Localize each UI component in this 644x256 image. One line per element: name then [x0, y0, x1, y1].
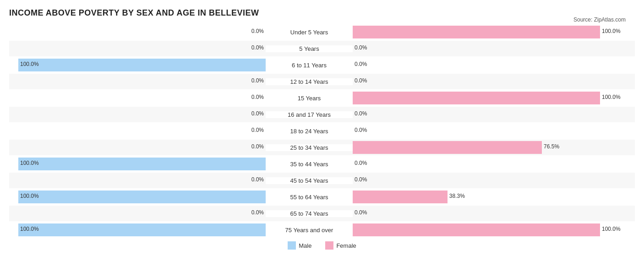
bars-area: 0.0%Under 5 Years100.0%0.0%5 Years0.0%10…	[9, 24, 635, 238]
female-section: 0.0%	[353, 74, 609, 89]
male-section: 0.0%	[9, 123, 266, 139]
male-section: 0.0%	[9, 140, 266, 155]
female-section: 0.0%	[353, 57, 609, 73]
male-value-inside: 100.0%	[20, 226, 39, 232]
table-row: 100.0%6 to 11 Years0.0%	[9, 57, 635, 73]
female-value-zero: 0.0%	[355, 110, 367, 117]
male-value-inside: 100.0%	[20, 61, 39, 67]
female-section: 100.0%	[353, 90, 609, 106]
male-section: 100.0%	[9, 222, 266, 238]
male-value-zero: 0.0%	[251, 94, 264, 100]
table-row: 100.0%55 to 64 Years38.3%	[9, 189, 635, 205]
male-section: 0.0%	[9, 41, 266, 56]
female-value-inside: 100.0%	[602, 226, 621, 232]
female-value-zero: 0.0%	[355, 44, 367, 51]
age-label: 55 to 64 Years	[266, 194, 353, 201]
legend-male: Male	[288, 241, 311, 250]
male-section: 0.0%	[9, 173, 266, 188]
age-label: 45 to 54 Years	[266, 177, 353, 184]
female-value-zero: 0.0%	[355, 176, 367, 183]
age-label: 25 to 34 Years	[266, 144, 353, 151]
male-bar	[18, 59, 266, 71]
age-label: Under 5 Years	[266, 29, 353, 36]
female-section: 0.0%	[353, 156, 609, 172]
chart-container: INCOME ABOVE POVERTY BY SEX AND AGE IN B…	[0, 0, 644, 256]
female-value-inside: 100.0%	[602, 28, 621, 34]
legend-female-label: Female	[336, 242, 356, 249]
male-value-zero: 0.0%	[251, 44, 264, 51]
male-value-zero: 0.0%	[251, 28, 264, 34]
age-label: 18 to 24 Years	[266, 128, 353, 135]
female-value-inside: 38.3%	[449, 193, 465, 199]
age-label: 65 to 74 Years	[266, 210, 353, 217]
female-section: 0.0%	[353, 173, 609, 188]
male-value-zero: 0.0%	[251, 110, 264, 117]
male-value-zero: 0.0%	[251, 209, 264, 216]
female-value-zero: 0.0%	[355, 61, 367, 67]
male-bar	[18, 158, 266, 170]
female-value-zero: 0.0%	[355, 209, 367, 216]
female-bar	[353, 92, 600, 104]
male-bar	[18, 191, 266, 203]
age-label: 5 Years	[266, 45, 353, 52]
male-bar	[18, 223, 266, 236]
female-value-inside: 100.0%	[602, 94, 621, 100]
male-section: 100.0%	[9, 156, 266, 172]
male-section: 0.0%	[9, 24, 266, 40]
table-row: 0.0%25 to 34 Years76.5%	[9, 140, 635, 155]
table-row: 0.0%12 to 14 Years0.0%	[9, 74, 635, 89]
female-bar	[353, 141, 542, 154]
table-row: 0.0%18 to 24 Years0.0%	[9, 123, 635, 139]
age-label: 35 to 44 Years	[266, 161, 353, 168]
age-label: 15 Years	[266, 95, 353, 102]
female-value-zero: 0.0%	[355, 127, 367, 133]
table-row: 100.0%35 to 44 Years0.0%	[9, 156, 635, 172]
female-value-zero: 0.0%	[355, 160, 367, 166]
female-bar	[353, 223, 600, 236]
female-section: 0.0%	[353, 206, 609, 221]
male-section: 0.0%	[9, 107, 266, 122]
female-section: 38.3%	[353, 189, 609, 205]
legend-female: Female	[325, 241, 356, 250]
legend-female-box	[325, 241, 333, 250]
female-bar	[353, 191, 448, 203]
male-section: 0.0%	[9, 90, 266, 106]
age-label: 6 to 11 Years	[266, 62, 353, 69]
table-row: 100.0%75 Years and over100.0%	[9, 222, 635, 238]
table-row: 0.0%15 Years100.0%	[9, 90, 635, 106]
male-section: 100.0%	[9, 57, 266, 73]
female-bar	[353, 26, 600, 38]
female-section: 100.0%	[353, 24, 609, 40]
male-value-inside: 100.0%	[20, 160, 39, 166]
female-section: 0.0%	[353, 107, 609, 122]
female-section: 0.0%	[353, 41, 609, 56]
male-value-zero: 0.0%	[251, 143, 264, 150]
table-row: 0.0%16 and 17 Years0.0%	[9, 107, 635, 122]
female-section: 100.0%	[353, 222, 609, 238]
legend: Male Female	[9, 241, 635, 250]
male-value-zero: 0.0%	[251, 77, 264, 84]
table-row: 0.0%65 to 74 Years0.0%	[9, 206, 635, 221]
legend-male-label: Male	[299, 242, 311, 249]
male-value-zero: 0.0%	[251, 127, 264, 133]
legend-male-box	[288, 241, 296, 250]
male-section: 0.0%	[9, 74, 266, 89]
female-section: 76.5%	[353, 140, 609, 155]
female-section: 0.0%	[353, 123, 609, 139]
age-label: 16 and 17 Years	[266, 111, 353, 118]
male-value-zero: 0.0%	[251, 176, 264, 183]
header-row: INCOME ABOVE POVERTY BY SEX AND AGE IN B…	[9, 8, 635, 20]
male-value-inside: 100.0%	[20, 193, 39, 199]
female-value-inside: 76.5%	[544, 143, 559, 150]
table-row: 0.0%Under 5 Years100.0%	[9, 24, 635, 40]
age-label: 75 Years and over	[266, 227, 353, 234]
source-label: Source: ZipAtlas.com	[573, 16, 626, 23]
age-label: 12 to 14 Years	[266, 78, 353, 85]
chart-title: INCOME ABOVE POVERTY BY SEX AND AGE IN B…	[9, 8, 259, 18]
table-row: 0.0%5 Years0.0%	[9, 41, 635, 56]
male-section: 0.0%	[9, 206, 266, 221]
male-section: 100.0%	[9, 189, 266, 205]
table-row: 0.0%45 to 54 Years0.0%	[9, 173, 635, 188]
female-value-zero: 0.0%	[355, 77, 367, 84]
